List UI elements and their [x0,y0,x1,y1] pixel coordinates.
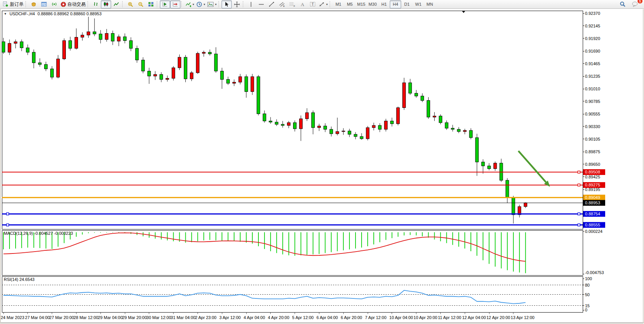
candle-up [196,53,199,73]
candle-down [111,34,114,41]
candle-down [123,37,126,40]
notifications-button[interactable]: 1 [630,0,640,8]
candle-down [142,60,145,71]
cursor-button[interactable] [222,0,232,8]
svg-text:29 Mar 04:00: 29 Mar 04:00 [98,315,123,320]
candle-down [281,124,284,125]
candle-up [306,113,309,119]
auto-trading-button[interactable]: 自动交易 [59,0,87,8]
chart-shift-icon [172,2,178,7]
templates-button[interactable]: ▾ [206,0,218,8]
candle-down [93,32,96,34]
svg-text:0.91465: 0.91465 [585,61,600,66]
candle-up [251,77,254,91]
candlestick-button[interactable] [101,0,111,8]
signal-icon [51,2,57,7]
timeframe-button-w1[interactable]: W1 [413,0,424,8]
text-label-button[interactable]: T [308,0,318,8]
line-chart-button[interactable] [111,0,121,8]
candle-up [105,34,108,40]
svg-text:0.88555: 0.88555 [585,223,600,227]
periods-button[interactable]: ▾ [195,0,206,8]
candle-up [81,35,84,37]
trendline-button[interactable] [266,0,277,8]
candle-up [57,59,60,77]
toolbar-separator [157,1,159,7]
chart-window: 0.923700.921450.919200.916900.914650.912… [0,0,644,324]
svg-text:0.91920: 0.91920 [585,36,600,41]
timeframe-button-mn[interactable]: MN [424,0,435,8]
candle-up [300,119,303,129]
timeframe-button-d1[interactable]: D1 [401,0,413,8]
text-button[interactable]: A [297,0,308,8]
collapse-panel-icon[interactable]: ▼ [4,12,7,16]
signals-button[interactable] [49,0,59,8]
horizontal-line-icon [258,2,264,6]
candlestick-icon [103,2,109,7]
channel-button[interactable]: E [277,0,287,8]
data-window-button[interactable] [39,0,49,8]
zoom-out-button[interactable] [135,0,146,8]
candle-down [427,101,430,117]
bar-chart-button[interactable] [91,0,101,8]
market-watch-button[interactable] [29,0,39,8]
timeframe-button-h4[interactable]: H4 [390,0,401,8]
crosshair-button[interactable] [232,0,242,8]
candle-up [166,78,169,79]
candle-down [415,93,418,96]
candle-down [391,121,394,124]
candle-up [63,41,66,59]
zoom-in-button[interactable] [125,0,135,8]
candle-down [360,136,363,139]
svg-text:0.89275: 0.89275 [585,183,600,187]
svg-text:6 Apr 04:00: 6 Apr 04:00 [316,315,338,320]
fibonacci-button[interactable]: F [287,0,297,8]
vertical-line-button[interactable] [246,0,256,8]
svg-text:6 Apr 20:00: 6 Apr 20:00 [341,315,362,320]
chart-canvas[interactable]: 0.923700.921450.919200.916900.914650.912… [0,0,644,324]
candle-down [409,83,412,93]
candle-down [20,42,23,48]
candle-down [324,126,327,129]
svg-text:15: 15 [585,303,590,308]
price-axis[interactable]: 0.923700.921450.919200.916900.914650.912… [583,11,600,192]
candle-up [154,74,157,76]
new-order-button-label: 新订单 [10,1,24,8]
rsi-indicator-label: RSI(14) 24.6543 [4,277,35,282]
zoom-out-icon [138,2,144,7]
date-axis[interactable]: 24 Mar 202327 Mar 04:0027 Mar 20:0028 Ma… [1,313,534,320]
candle-down [32,52,35,63]
timeframe-button-m30[interactable]: M30 [367,0,378,8]
timeframe-button-h1[interactable]: H1 [378,0,390,8]
shapes-button[interactable]: ▾ [318,0,329,8]
candle-down [475,138,478,162]
cursor-icon [224,2,229,7]
candle-down [148,71,151,76]
indicators-button[interactable]: ▾ [184,0,195,8]
ohlc-values: 0.88886 0.88962 0.88860 0.88953 [38,11,102,16]
candle-down [220,71,223,80]
auto-scroll-button[interactable] [160,0,170,8]
candle-up [14,42,17,43]
svg-text:0.88754: 0.88754 [585,212,600,216]
horizontal-line-button[interactable] [256,0,266,8]
timeframe-button-m1[interactable]: M1 [333,0,344,8]
main-toolbar: 新订单自动交易▾▾▾EFAT▾M1M5M15M30H1H4D1W1MN 1 [0,0,644,9]
search-button[interactable] [617,0,628,8]
auto-trading-icon [61,2,66,7]
timeframe-button-m15[interactable]: M15 [355,0,367,8]
candle-up [287,123,290,125]
candle-down [439,116,442,122]
chart-shift-button[interactable] [170,0,180,8]
new-order-button[interactable]: 新订单 [2,0,25,8]
svg-text:E: E [283,5,285,7]
svg-text:0.92370: 0.92370 [585,11,600,16]
candle-up [397,108,400,124]
timeframe-button-m5[interactable]: M5 [344,0,355,8]
candle-up [87,32,90,35]
candle-down [208,52,211,54]
svg-text:2 Apr 23:00: 2 Apr 23:00 [195,315,216,320]
candle-down [38,63,41,64]
svg-text:50: 50 [585,292,590,297]
tile-windows-button[interactable] [146,0,156,8]
